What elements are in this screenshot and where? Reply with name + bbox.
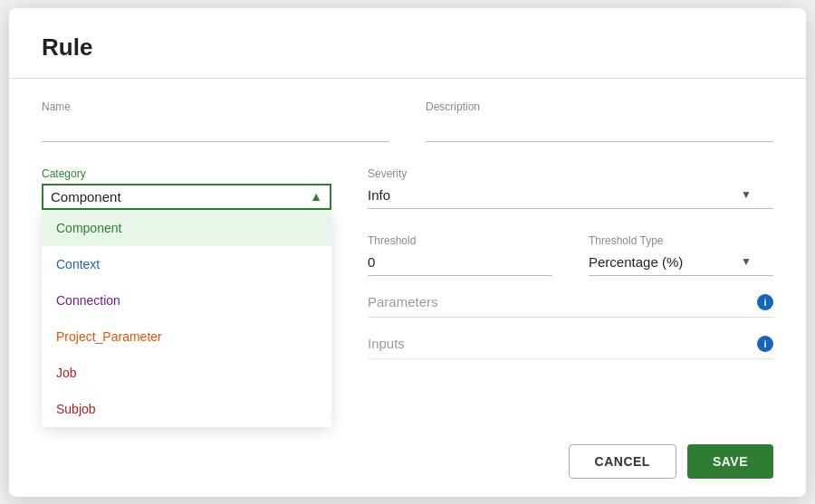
cancel-button[interactable]: CANCEL (569, 444, 676, 479)
parameters-info-icon[interactable]: i (757, 294, 773, 310)
name-group: Name (42, 100, 389, 142)
dialog-title: Rule (42, 33, 92, 61)
severity-label: Severity (368, 167, 773, 180)
threshold-type-group: Threshold Type Percentage (%) ▼ (589, 234, 773, 276)
category-dropdown-list: Component Context Connection Project_Par… (42, 210, 331, 427)
save-button[interactable]: SAVE (687, 444, 773, 479)
severity-select-display[interactable]: Info ▼ (368, 184, 773, 209)
threshold-type-label: Threshold Type (589, 234, 773, 247)
severity-selected-value: Info (368, 187, 390, 203)
description-label: Description (426, 100, 773, 113)
dialog-footer: CANCEL SAVE (9, 430, 806, 497)
dropdown-item-project-parameter[interactable]: Project_Parameter (42, 319, 331, 355)
severity-group: Severity Info ▼ (368, 167, 773, 209)
parameters-section: i Parameters (368, 294, 773, 318)
threshold-type-select-display[interactable]: Percentage (%) ▼ (589, 251, 773, 276)
right-column: Severity Info ▼ Threshold (368, 167, 773, 359)
name-label: Name (42, 100, 389, 113)
category-group: Category Component ▲ Component Context C… (42, 167, 331, 210)
dropdown-item-connection[interactable]: Connection (42, 282, 331, 319)
category-selected-value: Component (51, 189, 121, 204)
threshold-input[interactable] (368, 251, 552, 276)
severity-arrow-icon: ▼ (741, 188, 752, 201)
category-select-display[interactable]: Component ▲ (42, 184, 331, 210)
parameters-label: Parameters (368, 294, 773, 318)
threshold-type-select-wrapper[interactable]: Percentage (%) ▼ (589, 251, 773, 276)
rule-dialog: Rule Name Description Category Comp (9, 8, 806, 497)
dropdown-item-component[interactable]: Component (42, 210, 331, 246)
name-input[interactable] (42, 117, 389, 142)
description-input[interactable] (426, 117, 773, 142)
category-label: Category (42, 167, 331, 180)
inputs-label: Inputs (368, 336, 773, 359)
dropdown-item-subjob[interactable]: Subjob (42, 391, 331, 427)
threshold-label: Threshold (368, 234, 552, 247)
dialog-header: Rule (9, 8, 806, 79)
threshold-type-selected-value: Percentage (%) (589, 254, 683, 270)
severity-select-wrapper[interactable]: Info ▼ (368, 184, 773, 209)
threshold-type-arrow-icon: ▼ (741, 255, 752, 268)
left-column: Category Component ▲ Component Context C… (42, 167, 331, 359)
inputs-info-icon[interactable]: i (757, 336, 773, 352)
inputs-section: i Inputs (368, 336, 773, 359)
dropdown-item-job[interactable]: Job (42, 355, 331, 391)
category-arrow-icon: ▲ (310, 189, 322, 204)
threshold-group: Threshold (368, 234, 552, 276)
name-description-row: Name Description (42, 100, 773, 142)
dialog-body: Name Description Category Component ▲ (9, 79, 806, 430)
category-select-wrapper[interactable]: Component ▲ Component Context Connection… (42, 184, 331, 210)
main-layout: Category Component ▲ Component Context C… (42, 167, 773, 359)
threshold-row: Threshold Threshold Type Percentage (%) … (368, 234, 773, 276)
dropdown-item-context[interactable]: Context (42, 246, 331, 282)
description-group: Description (426, 100, 773, 142)
